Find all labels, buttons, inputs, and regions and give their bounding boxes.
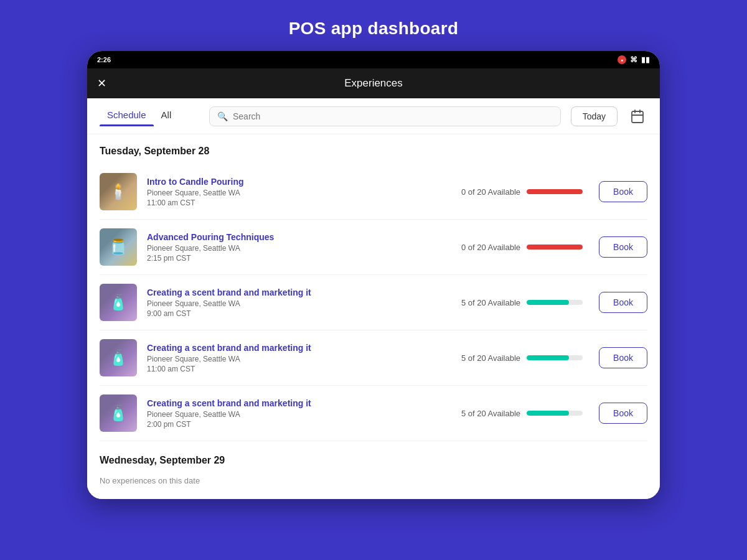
battery-icon: ▮▮ <box>641 55 650 64</box>
experience-name-2[interactable]: Advanced Pouring Techniques <box>147 232 442 242</box>
experience-time-4: 11:00 am CST <box>147 365 442 373</box>
experience-availability-2: 0 of 20 Available <box>452 243 589 252</box>
close-button[interactable]: ✕ <box>97 77 106 90</box>
experience-availability-1: 0 of 20 Available <box>452 187 589 197</box>
book-button-5[interactable]: Book <box>599 403 647 424</box>
list-item: Creating a scent brand and marketing it … <box>100 386 647 441</box>
search-input[interactable] <box>233 111 553 121</box>
tab-all[interactable]: All <box>154 106 179 126</box>
experience-time-3: 9:00 am CST <box>147 309 442 318</box>
experience-location-5: Pioneer Square, Seattle WA <box>147 410 442 419</box>
svg-rect-0 <box>632 111 643 123</box>
progress-fill-5 <box>527 411 569 416</box>
availability-label-1: 0 of 20 Available <box>452 187 520 197</box>
page-title: POS app dashboard <box>289 19 459 39</box>
tablet-frame: 2:26 ⌘ ▮▮ ✕ Experiences Schedule All <box>87 51 660 499</box>
content-area: Schedule All 🔍 Today <box>87 98 660 499</box>
status-right: ⌘ ▮▮ <box>618 55 650 64</box>
availability-label-5: 5 of 20 Available <box>452 409 520 418</box>
experience-time-1: 11:00 am CST <box>147 198 442 207</box>
experience-time-5: 2:00 pm CST <box>147 420 442 429</box>
search-icon: 🔍 <box>217 111 228 121</box>
record-icon <box>618 55 626 64</box>
status-left: 2:26 <box>97 56 111 63</box>
experience-thumbnail-2 <box>100 228 137 266</box>
list-item: Intro to Candle Pouring Pioneer Square, … <box>100 164 647 220</box>
today-button[interactable]: Today <box>571 106 618 126</box>
experience-info-5: Creating a scent brand and marketing it … <box>147 398 442 429</box>
experience-info-3: Creating a scent brand and marketing it … <box>147 287 442 318</box>
status-time: 2:26 <box>97 56 111 63</box>
experience-name-4[interactable]: Creating a scent brand and marketing it <box>147 343 442 353</box>
book-button-2[interactable]: Book <box>599 236 647 258</box>
progress-fill-2 <box>527 245 583 250</box>
tab-schedule[interactable]: Schedule <box>100 106 154 126</box>
experience-info-4: Creating a scent brand and marketing it … <box>147 343 442 373</box>
experience-name-1[interactable]: Intro to Candle Pouring <box>147 177 442 187</box>
availability-label-4: 5 of 20 Available <box>452 353 520 363</box>
date-section-sep30: Thursday, September 30 <box>100 493 647 499</box>
experience-time-2: 2:15 pm CST <box>147 254 442 263</box>
date-section-sep28: Tuesday, September 28 Intro to Candle Po… <box>100 134 647 441</box>
experience-thumbnail-4 <box>100 339 137 376</box>
experience-availability-3: 5 of 20 Available <box>452 298 589 307</box>
progress-bar-5 <box>527 411 583 416</box>
progress-bar-2 <box>527 245 583 250</box>
date-heading-sep30: Thursday, September 30 <box>100 493 647 499</box>
top-bar-title: Experiences <box>344 77 403 90</box>
availability-label-3: 5 of 20 Available <box>452 298 520 307</box>
experience-name-5[interactable]: Creating a scent brand and marketing it <box>147 398 442 408</box>
book-button-1[interactable]: Book <box>599 181 647 202</box>
list-item: Creating a scent brand and marketing it … <box>100 330 647 386</box>
toolbar: Schedule All 🔍 Today <box>87 98 660 134</box>
experience-name-3[interactable]: Creating a scent brand and marketing it <box>147 287 442 297</box>
date-heading-sep29: Wednesday, September 29 <box>100 444 647 474</box>
experience-location-3: Pioneer Square, Seattle WA <box>147 299 442 308</box>
wifi-icon: ⌘ <box>630 55 637 64</box>
experience-location-4: Pioneer Square, Seattle WA <box>147 355 442 363</box>
progress-bar-3 <box>527 300 583 305</box>
experience-thumbnail-1 <box>100 173 137 210</box>
experience-thumbnail-5 <box>100 394 137 432</box>
experience-info-2: Advanced Pouring Techniques Pioneer Squa… <box>147 232 442 263</box>
progress-bar-4 <box>527 355 583 360</box>
progress-fill-4 <box>527 355 569 360</box>
book-button-4[interactable]: Book <box>599 347 647 368</box>
experience-availability-4: 5 of 20 Available <box>452 353 589 363</box>
experience-availability-5: 5 of 20 Available <box>452 409 589 418</box>
experience-thumbnail-3 <box>100 284 137 321</box>
list-item: Creating a scent brand and marketing it … <box>100 275 647 330</box>
book-button-3[interactable]: Book <box>599 292 647 313</box>
list-item: Advanced Pouring Techniques Pioneer Squa… <box>100 220 647 275</box>
calendar-icon[interactable] <box>627 106 647 126</box>
status-bar: 2:26 ⌘ ▮▮ <box>87 51 660 68</box>
experience-location-1: Pioneer Square, Seattle WA <box>147 189 442 197</box>
no-experiences-message: No experiences on this date <box>100 474 647 490</box>
top-bar: ✕ Experiences <box>87 68 660 98</box>
tabs: Schedule All <box>100 106 199 126</box>
experience-location-2: Pioneer Square, Seattle WA <box>147 244 442 253</box>
availability-label-2: 0 of 20 Available <box>452 243 520 252</box>
progress-fill-3 <box>527 300 569 305</box>
schedule-list: Tuesday, September 28 Intro to Candle Po… <box>87 134 660 499</box>
search-box[interactable]: 🔍 <box>209 106 561 126</box>
date-section-sep29: Wednesday, September 29 No experiences o… <box>100 444 647 490</box>
page-title-area: POS app dashboard <box>289 0 459 51</box>
experience-info-1: Intro to Candle Pouring Pioneer Square, … <box>147 177 442 207</box>
progress-fill-1 <box>527 189 583 194</box>
progress-bar-1 <box>527 189 583 194</box>
date-heading-sep28: Tuesday, September 28 <box>100 134 647 164</box>
